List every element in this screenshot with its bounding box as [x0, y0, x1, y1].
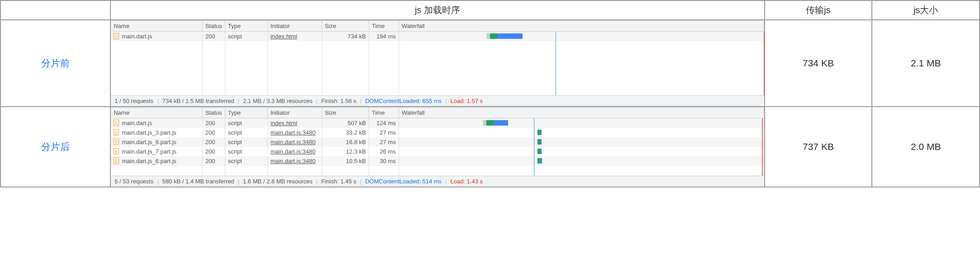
cell-name[interactable]: main.dart.js_7.part.js [111, 147, 202, 156]
comparison-row: 分片后NameStatusTypeInitiatorSizeTimeWaterf… [0, 107, 980, 187]
cell-initiator[interactable]: index.html [267, 32, 322, 42]
cell-size: 12.3 kB [322, 147, 369, 156]
name-header[interactable]: Name [111, 107, 202, 118]
cell-status: 200 [202, 118, 225, 128]
network-row[interactable]: main.dart.js_7.part.js200scriptmain.dart… [111, 147, 764, 156]
initiator-link[interactable]: main.dart.js:3480 [271, 158, 316, 164]
cell-time: 124 ms [369, 118, 399, 128]
network-row[interactable]: main.dart.js200scriptindex.html734 kB194… [111, 32, 764, 42]
waterfall-bar [486, 33, 523, 39]
waterfall-bar [538, 139, 542, 145]
header-timeline: js 加载时序 [110, 0, 764, 20]
devtools-network-panel: NameStatusTypeInitiatorSizeTimeWaterfall… [111, 107, 764, 187]
comparison-row: 分片前NameStatusTypeInitiatorSizeTimeWaterf… [0, 20, 980, 107]
network-table: NameStatusTypeInitiatorSizeTimeWaterfall… [111, 107, 764, 176]
load-marker [762, 156, 763, 166]
cell-status: 200 [202, 137, 225, 147]
network-summary-bar: 1 / 50 requests|734 kB / 1.5 MB transfer… [111, 95, 764, 106]
initiator-link[interactable]: index.html [271, 33, 297, 40]
summary-load: Load: 1.57 s [450, 98, 483, 104]
initiator-link[interactable]: index.html [271, 120, 297, 126]
initiator-header[interactable]: Initiator [267, 107, 322, 118]
cell-waterfall [399, 118, 764, 128]
summary-load: Load: 1.43 s [450, 178, 483, 185]
summary-resources: 1.6 MB / 2.8 MB resources [243, 178, 313, 185]
cell-status: 200 [202, 32, 225, 42]
load-marker [764, 32, 765, 41]
script-file-icon [114, 148, 119, 154]
cell-size: 10.5 kB [322, 156, 369, 166]
waterfall-header[interactable]: Waterfall [399, 107, 764, 118]
initiator-header[interactable]: Initiator [267, 21, 322, 32]
summary-requests: 5 / 53 requests [114, 178, 153, 185]
summary-dcl: DOMContentLoaded: 655 ms [365, 98, 442, 104]
initiator-link[interactable]: main.dart.js:3480 [271, 129, 316, 136]
file-name: main.dart.js_9.part.js [122, 139, 176, 145]
type-header[interactable]: Type [225, 21, 267, 32]
load-marker [762, 166, 763, 176]
type-header[interactable]: Type [225, 107, 267, 118]
dcl-marker [556, 41, 556, 95]
cell-name[interactable]: main.dart.js [111, 32, 202, 42]
status-header[interactable]: Status [202, 107, 225, 118]
waterfall-bar [483, 120, 508, 126]
name-header[interactable]: Name [111, 21, 202, 32]
status-header[interactable]: Status [202, 21, 225, 32]
devtools-network-panel: NameStatusTypeInitiatorSizeTimeWaterfall… [111, 20, 764, 106]
load-marker [762, 118, 763, 128]
cell-initiator[interactable]: index.html [267, 118, 322, 128]
time-header[interactable]: Time [369, 107, 399, 118]
cell-waterfall [399, 156, 764, 166]
initiator-link[interactable]: main.dart.js:3480 [271, 148, 316, 155]
summary-transferred: 734 kB / 1.5 MB transferred [162, 98, 234, 104]
load-marker [762, 128, 763, 137]
waterfall-bar [538, 158, 542, 164]
cell-name[interactable]: main.dart.js_9.part.js [111, 137, 202, 147]
network-summary-bar: 5 / 53 requests|580 kB / 1.4 MB transfer… [111, 176, 764, 187]
cell-name[interactable]: main.dart.js_6.part.js [111, 156, 202, 166]
load-marker [764, 41, 765, 95]
cell-initiator[interactable]: main.dart.js:3480 [267, 156, 322, 166]
dcl-marker [534, 156, 534, 166]
time-header[interactable]: Time [369, 21, 399, 32]
waterfall-header[interactable]: Waterfall [399, 21, 764, 32]
script-file-icon [114, 139, 119, 145]
network-panel-cell: NameStatusTypeInitiatorSizeTimeWaterfall… [110, 107, 764, 187]
cell-size: 507 kB [322, 118, 369, 128]
cell-size: 16.8 kB [322, 137, 369, 147]
network-row[interactable]: main.dart.js_6.part.js200scriptmain.dart… [111, 156, 764, 166]
size-header[interactable]: Size [322, 107, 369, 118]
summary-requests: 1 / 50 requests [114, 98, 153, 104]
file-name: main.dart.js_6.part.js [122, 158, 176, 164]
cell-type: script [225, 147, 267, 156]
row-label: 分片前 [0, 20, 110, 107]
network-row[interactable]: main.dart.js_9.part.js200scriptmain.dart… [111, 137, 764, 147]
metric-transfer: 734 KB [765, 20, 872, 107]
cell-initiator[interactable]: main.dart.js:3480 [267, 137, 322, 147]
header-transfer: 传输js [765, 0, 872, 20]
dcl-marker [534, 166, 534, 176]
cell-initiator[interactable]: main.dart.js:3480 [267, 128, 322, 137]
cell-waterfall [399, 147, 764, 156]
cell-type: script [225, 128, 267, 137]
cell-initiator[interactable]: main.dart.js:3480 [267, 147, 322, 156]
summary-resources: 2.1 MB / 3.3 MB resources [243, 98, 313, 104]
cell-name[interactable]: main.dart.js [111, 118, 202, 128]
cell-size: 734 kB [322, 32, 369, 42]
network-row[interactable]: main.dart.js200scriptindex.html507 kB124… [111, 118, 764, 128]
network-row[interactable]: main.dart.js_3.part.js200scriptmain.dart… [111, 128, 764, 137]
script-file-icon [114, 120, 119, 126]
dcl-marker [534, 137, 534, 147]
cell-name[interactable]: main.dart.js_3.part.js [111, 128, 202, 137]
load-marker [762, 137, 763, 147]
size-header[interactable]: Size [322, 21, 369, 32]
summary-dcl: DOMContentLoaded: 514 ms [365, 178, 442, 185]
header-row: js 加载时序 传输js js大小 [0, 0, 980, 20]
cell-time: 27 ms [369, 137, 399, 147]
initiator-link[interactable]: main.dart.js:3480 [271, 139, 316, 145]
cell-size: 33.2 kB [322, 128, 369, 137]
network-table: NameStatusTypeInitiatorSizeTimeWaterfall… [111, 20, 764, 95]
script-file-icon [114, 33, 119, 39]
header-empty [0, 0, 110, 20]
summary-finish: Finish: 1.58 s [321, 98, 356, 104]
